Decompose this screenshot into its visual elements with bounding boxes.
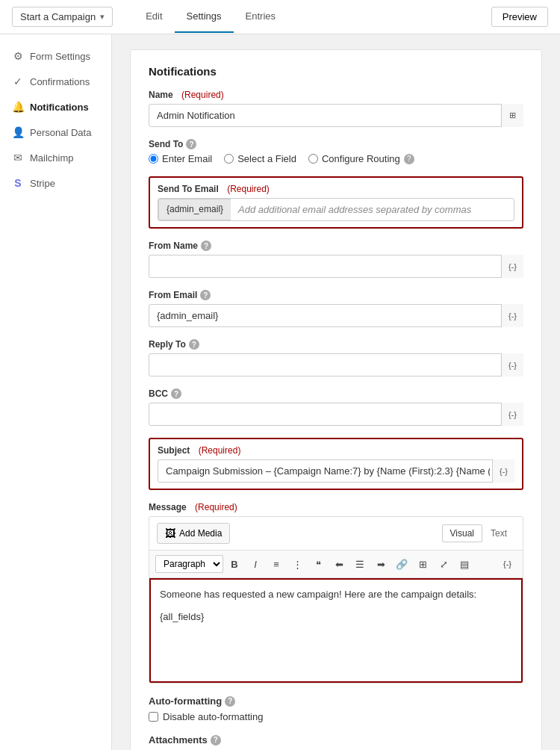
from-email-label: From Email ? bbox=[149, 290, 523, 300]
auto-formatting-label: Auto-formatting ? bbox=[149, 695, 523, 707]
bcc-input[interactable] bbox=[149, 403, 523, 426]
from-email-field-group: From Email ? {-} bbox=[149, 290, 523, 327]
user-icon: 👤 bbox=[12, 126, 24, 138]
ordered-list-button[interactable]: ⋮ bbox=[287, 554, 307, 574]
routing-help-icon[interactable]: ? bbox=[404, 154, 414, 164]
sidebar-item-notifications[interactable]: 🔔 Notifications bbox=[0, 94, 111, 120]
align-right-button[interactable]: ➡ bbox=[371, 554, 391, 574]
top-bar: Start a Campaign ▾ Edit Settings Entries… bbox=[0, 0, 560, 34]
envelope-icon: ✉ bbox=[12, 152, 24, 164]
top-bar-left: Start a Campaign ▾ Edit Settings Entries bbox=[12, 1, 287, 33]
editor-merge-button[interactable]: {-} bbox=[498, 554, 517, 574]
reply-to-input-wrapper: {-} bbox=[149, 353, 523, 376]
tab-entries[interactable]: Entries bbox=[234, 1, 287, 33]
admin-email-tag: {admin_email} bbox=[158, 199, 231, 220]
visual-tab[interactable]: Visual bbox=[442, 524, 482, 542]
from-name-merge-button[interactable]: {-} bbox=[501, 255, 523, 278]
message-line-1: Someone has requested a new campaign! He… bbox=[160, 589, 512, 600]
fullscreen-button[interactable]: ⤢ bbox=[434, 554, 453, 574]
sidebar-item-label: Notifications bbox=[30, 102, 89, 113]
reply-to-merge-button[interactable]: {-} bbox=[501, 353, 523, 376]
message-field-group: Message (Required) 🖼 Add Media Visual Te… bbox=[149, 502, 523, 684]
section-title: Notifications bbox=[149, 65, 523, 78]
name-input[interactable] bbox=[149, 104, 523, 127]
main-layout: ⚙ Form Settings ✓ Confirmations 🔔 Notifi… bbox=[0, 34, 560, 750]
from-email-help-icon[interactable]: ? bbox=[200, 290, 211, 300]
bcc-field-group: BCC ? {-} bbox=[149, 388, 523, 426]
campaign-select-label: Start a Campaign bbox=[20, 11, 96, 22]
attachments-help-icon[interactable]: ? bbox=[211, 735, 221, 746]
align-left-button[interactable]: ⬅ bbox=[329, 554, 349, 574]
radio-enter-email[interactable]: Enter Email bbox=[149, 153, 212, 164]
radio-configure-routing[interactable]: Configure Routing ? bbox=[308, 153, 414, 164]
sidebar-item-label: Mailchimp bbox=[30, 152, 74, 164]
top-bar-right: Preview bbox=[491, 7, 548, 27]
merge-tag-icon: ⊞ bbox=[509, 111, 516, 120]
link-button[interactable]: 🔗 bbox=[392, 554, 411, 574]
sidebar-item-personal-data[interactable]: 👤 Personal Data bbox=[0, 120, 111, 145]
sidebar-item-label: Form Settings bbox=[30, 51, 90, 62]
message-editor-container: 🖼 Add Media Visual Text Paragraph bbox=[149, 516, 523, 684]
preview-button[interactable]: Preview bbox=[491, 7, 548, 27]
subject-input-wrapper: {-} bbox=[158, 459, 514, 483]
disable-auto-formatting-checkbox-label[interactable]: Disable auto-formatting bbox=[149, 711, 523, 722]
send-to-field-group: Send To ? Enter Email Select a Field Con… bbox=[149, 139, 523, 164]
add-media-icon: 🖼 bbox=[165, 527, 175, 539]
paragraph-select[interactable]: Paragraph bbox=[155, 555, 223, 573]
sidebar-item-confirmations[interactable]: ✓ Confirmations bbox=[0, 69, 111, 94]
toolbar-merge-button-wrapper: {-} bbox=[498, 554, 517, 574]
tab-edit[interactable]: Edit bbox=[134, 1, 174, 33]
name-merge-button[interactable]: ⊞ bbox=[501, 104, 523, 127]
sidebar-item-label: Personal Data bbox=[30, 127, 91, 138]
merge-tag-icon: {-} bbox=[500, 467, 508, 476]
from-name-label: From Name ? bbox=[149, 241, 523, 251]
chevron-down-icon: ▾ bbox=[100, 12, 105, 22]
radio-select-field[interactable]: Select a Field bbox=[224, 153, 296, 164]
sidebar-item-form-settings[interactable]: ⚙ Form Settings bbox=[0, 43, 111, 69]
disable-auto-formatting-checkbox[interactable] bbox=[149, 712, 158, 722]
bold-button[interactable]: B bbox=[225, 554, 244, 574]
auto-formatting-help-icon[interactable]: ? bbox=[225, 696, 235, 707]
editor-toolbar: Paragraph B I ≡ ⋮ ❝ ⬅ ☰ ➡ 🔗 ⊞ ⤢ ▤ bbox=[149, 551, 523, 578]
more-button[interactable]: ▤ bbox=[455, 554, 474, 574]
notifications-section: Notifications Name (Required) ⊞ Send To … bbox=[130, 49, 542, 750]
name-label: Name (Required) bbox=[149, 90, 523, 100]
top-nav: Edit Settings Entries bbox=[134, 1, 287, 33]
italic-button[interactable]: I bbox=[246, 554, 265, 574]
main-content: Notifications Name (Required) ⊞ Send To … bbox=[112, 34, 560, 750]
auto-formatting-group: Auto-formatting ? Disable auto-formattin… bbox=[149, 695, 523, 722]
tab-settings[interactable]: Settings bbox=[175, 1, 234, 33]
reply-to-input[interactable] bbox=[149, 353, 523, 376]
send-to-email-placeholder-text[interactable]: Add additional email addresses separated… bbox=[231, 199, 514, 220]
reply-to-help-icon[interactable]: ? bbox=[189, 339, 199, 350]
bcc-merge-button[interactable]: {-} bbox=[501, 403, 523, 426]
send-to-label: Send To ? bbox=[149, 139, 523, 149]
name-input-wrapper: ⊞ bbox=[149, 104, 523, 127]
subject-merge-button[interactable]: {-} bbox=[492, 459, 514, 483]
gear-icon: ⚙ bbox=[12, 50, 24, 62]
text-tab[interactable]: Text bbox=[482, 524, 515, 542]
table-button[interactable]: ⊞ bbox=[413, 554, 432, 574]
subject-input[interactable] bbox=[158, 459, 514, 483]
add-media-bar: 🖼 Add Media Visual Text bbox=[149, 517, 523, 551]
send-to-help-icon[interactable]: ? bbox=[186, 139, 196, 149]
bell-icon: 🔔 bbox=[12, 101, 24, 113]
blockquote-button[interactable]: ❝ bbox=[308, 554, 328, 574]
bcc-input-wrapper: {-} bbox=[149, 403, 523, 426]
bcc-help-icon[interactable]: ? bbox=[171, 388, 181, 399]
from-name-input-wrapper: {-} bbox=[149, 255, 523, 278]
from-name-input[interactable] bbox=[149, 255, 523, 278]
send-to-email-label: Send To Email (Required) bbox=[158, 184, 514, 194]
message-body-wrapper: Someone has requested a new campaign! He… bbox=[149, 578, 523, 683]
from-name-help-icon[interactable]: ? bbox=[201, 241, 211, 251]
align-center-button[interactable]: ☰ bbox=[350, 554, 370, 574]
sidebar-item-stripe[interactable]: S Stripe bbox=[0, 170, 111, 196]
from-email-input[interactable] bbox=[149, 304, 523, 327]
message-body[interactable]: Someone has requested a new campaign! He… bbox=[149, 578, 523, 683]
add-media-button[interactable]: 🖼 Add Media bbox=[157, 523, 230, 544]
sidebar-item-mailchimp[interactable]: ✉ Mailchimp bbox=[0, 145, 111, 170]
sidebar-item-label: Stripe bbox=[30, 178, 55, 189]
unordered-list-button[interactable]: ≡ bbox=[267, 554, 286, 574]
campaign-select-dropdown[interactable]: Start a Campaign ▾ bbox=[12, 7, 113, 27]
from-email-merge-button[interactable]: {-} bbox=[501, 304, 523, 327]
